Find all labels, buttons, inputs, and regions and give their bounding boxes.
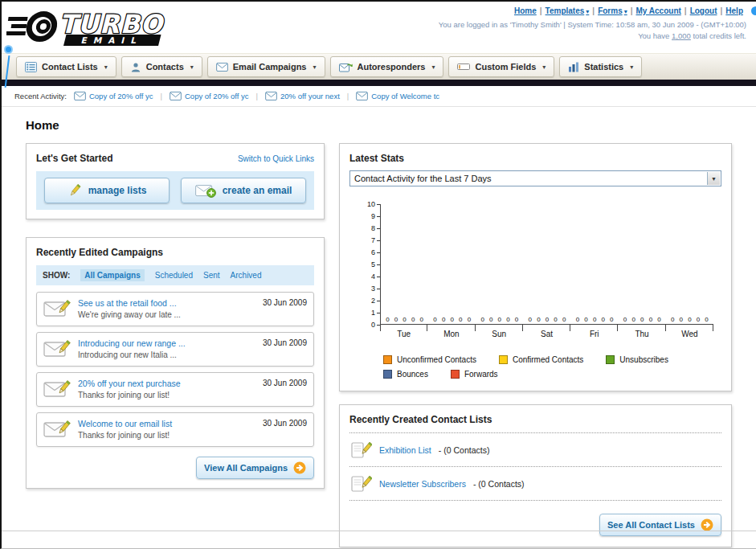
header-link-logout[interactable]: Logout [690, 6, 717, 15]
header-link-templates[interactable]: Templates▾ [546, 6, 590, 15]
tab-statistics[interactable]: Statistics▾ [559, 56, 642, 77]
bar-value-label: 0 [697, 316, 700, 323]
credits-amount-link[interactable]: 1,000 [672, 31, 691, 40]
y-axis-tick-mark [377, 240, 380, 241]
switch-quick-links-link[interactable]: Switch to Quick Links [238, 154, 314, 163]
chevron-down-icon: ▾ [586, 8, 589, 15]
chevron-down-icon: ▾ [624, 8, 627, 15]
bar-value-label: 0 [386, 316, 389, 323]
x-axis-label: Sun [476, 325, 523, 342]
recent-contact-lists-panel: Recently Created Contact Lists Exhibitio… [339, 404, 732, 547]
recent-activity-link[interactable]: Copy of 20% off yc [185, 92, 249, 100]
header-link-home[interactable]: Home [514, 6, 537, 15]
recent-activity-item[interactable]: Copy of Welcome tc [356, 92, 439, 100]
arrow-circle-icon [293, 461, 306, 474]
recent-activity-link[interactable]: Copy of 20% off yc [89, 92, 153, 100]
campaign-title-link[interactable]: Introducing our new range ... [78, 338, 186, 348]
view-all-campaigns-button[interactable]: View All Campaigns [196, 457, 314, 479]
tab-contact-lists[interactable]: Contact Lists▾ [16, 56, 116, 77]
campaign-subtitle: Thanks for joining our list! [78, 431, 172, 440]
chart-y-axis: 109876543210 [361, 204, 380, 325]
header-links: Home|Templates▾|Forms▾|My Account|Logout… [439, 6, 746, 15]
tab-custom-fields[interactable]: Custom Fields▾ [448, 56, 554, 77]
chart-bar-group: 00000 [571, 316, 619, 324]
bar-value-label: 0 [529, 316, 532, 323]
activity-select[interactable]: Contact Activity for the Last 7 Days ▼ [349, 170, 721, 186]
chevron-down-icon: ▾ [190, 64, 194, 71]
y-axis-tick-mark [377, 204, 380, 205]
tab-contacts[interactable]: Contacts▾ [121, 56, 202, 77]
see-all-contact-lists-button[interactable]: See All Contact Lists [599, 514, 721, 536]
right-column: Latest Stats Contact Activity for the La… [339, 143, 732, 547]
manage-lists-button[interactable]: manage lists [44, 178, 170, 203]
campaign-row: Welcome to our email listThanks for join… [36, 412, 314, 447]
campaign-text: See us at the retail food ...We're givin… [78, 298, 181, 319]
recent-activity-link[interactable]: 20% off your next [280, 92, 340, 100]
chart-bar-group: 00000 [666, 316, 713, 324]
header-link-my-account[interactable]: My Account [636, 6, 681, 15]
filter-all-campaigns[interactable]: All Campaigns [80, 269, 144, 281]
notification-dot [751, 6, 756, 15]
chart-groups: 00000000000000000000000000000000000 [380, 204, 713, 325]
bar-value-label: 0 [623, 316, 627, 323]
recent-activity-item[interactable]: Copy of 20% off yc [170, 92, 249, 100]
create-email-button[interactable]: create an email [181, 178, 306, 203]
y-axis-tick: 7 [371, 236, 380, 244]
envelope-plus-icon [195, 183, 216, 198]
campaign-filter-bar: SHOW: All CampaignsScheduledSentArchived [36, 265, 314, 285]
activity-select-value: Contact Activity for the Last 7 Days [354, 174, 492, 183]
y-axis-value: 6 [371, 248, 375, 256]
filter-sent[interactable]: Sent [203, 271, 220, 280]
bar-value-label: 0 [640, 316, 644, 323]
filter-scheduled[interactable]: Scheduled [155, 271, 193, 280]
contact-list-item: Newsletter Subscribers - (0 Contacts) [349, 467, 721, 501]
header-right: Home|Templates▾|Forms▾|My Account|Logout… [439, 6, 746, 40]
legend-swatch [383, 370, 392, 379]
campaign-date: 30 Jun 2009 [263, 379, 307, 387]
filter-archived[interactable]: Archived [231, 271, 262, 280]
contact-list-link[interactable]: Newsletter Subscribers [379, 479, 466, 489]
header-link-help[interactable]: Help [725, 6, 743, 15]
campaign-title-link[interactable]: Welcome to our email list [78, 419, 172, 428]
legend-label: Forwards [464, 370, 498, 379]
contact-list-link[interactable]: Exhibition List [379, 445, 431, 455]
recent-activity-item[interactable]: Copy of 20% off yc [74, 92, 153, 100]
recent-campaigns-title: Recently Edited Campaigns [36, 247, 314, 258]
bar-value-label: 0 [480, 316, 484, 323]
bar-value-label: 0 [705, 316, 708, 323]
recent-activity-item[interactable]: 20% off your next [265, 92, 340, 100]
y-axis-tick: 10 [367, 200, 380, 208]
separator: | [684, 6, 687, 15]
header-link-forms[interactable]: Forms▾ [598, 6, 627, 15]
x-axis-label: Wed [666, 325, 713, 342]
campaign-title-link[interactable]: See us at the retail food ... [78, 298, 181, 308]
legend-swatch [499, 355, 508, 364]
autoresponder-icon [339, 62, 353, 72]
legend-swatch [606, 355, 615, 364]
bar-value-label: 0 [546, 316, 549, 323]
chart-bar-group: 00000 [476, 316, 523, 324]
campaign-date: 30 Jun 2009 [263, 338, 307, 347]
list-pencil-icon [351, 440, 372, 460]
app-logo[interactable]: TURBO EMAIL [6, 4, 191, 54]
y-axis-value: 5 [371, 260, 375, 268]
turbo-email-logo-graphic: TURBO EMAIL [6, 4, 191, 51]
x-axis-label: Sat [523, 325, 570, 342]
bar-value-label: 0 [403, 316, 406, 323]
campaign-date: 30 Jun 2009 [263, 298, 307, 307]
separator: | [161, 92, 162, 100]
campaign-subtitle: Thanks for joining our list! [78, 391, 181, 399]
campaign-filters: All CampaignsScheduledSentArchived [80, 269, 261, 281]
tab-email-campaigns[interactable]: Email Campaigns▾ [207, 56, 325, 77]
bar-value-label: 0 [442, 316, 445, 323]
tab-label: Custom Fields [475, 62, 536, 72]
tab-autoresponders[interactable]: Autoresponders▾ [330, 56, 444, 77]
bar-value-label: 0 [537, 316, 540, 323]
application-window: TURBO EMAIL Home|Templates▾|Forms▾|My Ac… [0, 0, 756, 549]
recent-activity-link[interactable]: Copy of Welcome tc [371, 92, 439, 100]
field-icon [457, 62, 470, 72]
envelope-icon [265, 92, 277, 100]
bar-value-label: 0 [631, 316, 635, 323]
campaign-title-link[interactable]: 20% off your next purchase [78, 379, 181, 388]
y-axis-tick: 5 [371, 260, 380, 268]
